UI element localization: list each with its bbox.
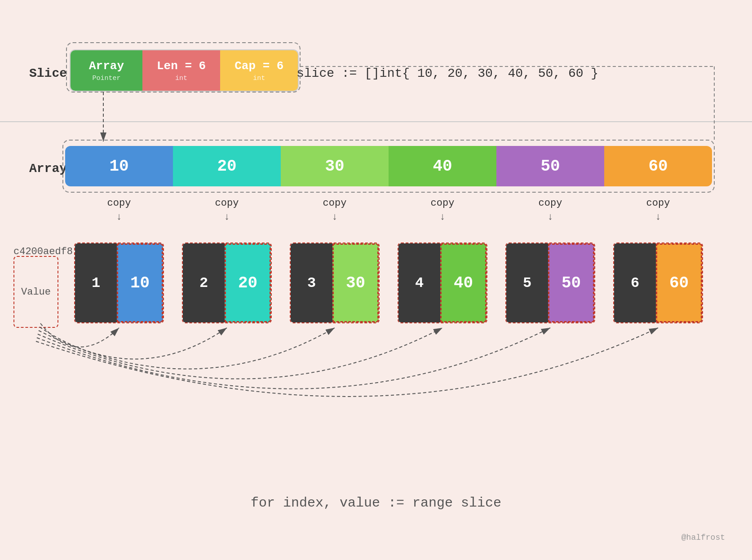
value-box-wrapper-4: 5 50 bbox=[496, 243, 604, 323]
value-box-wrapper-5: 6 60 bbox=[604, 243, 712, 323]
slice-cap-main: Cap = 6 bbox=[234, 59, 283, 73]
array-cell-3: 40 bbox=[389, 146, 496, 186]
value-box-3: 4 40 bbox=[398, 243, 487, 323]
value-box-index-0: 1 bbox=[75, 243, 117, 322]
value-box-value-0: 10 bbox=[117, 243, 163, 322]
slice-cap-sub: int bbox=[253, 75, 265, 82]
copy-arrow-3: ↓ bbox=[439, 212, 445, 223]
copy-col-1: copy ↓ bbox=[173, 193, 281, 223]
value-box-index-2: 3 bbox=[291, 243, 332, 322]
copy-label-3: copy bbox=[431, 198, 455, 209]
value-box-1: 2 20 bbox=[182, 243, 272, 323]
copy-label-2: copy bbox=[323, 198, 347, 209]
slice-len-sub: int bbox=[175, 75, 187, 82]
slice-code: slice := []int{ 10, 20, 30, 40, 50, 60 } bbox=[296, 66, 598, 80]
value-box-index-5: 6 bbox=[614, 243, 656, 322]
slice-cap-field: Cap = 6 int bbox=[220, 50, 298, 91]
attribution: @halfrost bbox=[681, 533, 725, 542]
empty-value-box: Value bbox=[13, 256, 58, 328]
array-cell-2: 30 bbox=[281, 146, 389, 186]
value-box-value-1: 20 bbox=[225, 243, 271, 322]
divider bbox=[0, 121, 752, 122]
value-box-0: 1 10 bbox=[74, 243, 164, 323]
slice-array-ptr-field: Array Pointer bbox=[71, 50, 142, 91]
slice-array-ptr-sub: Pointer bbox=[92, 75, 120, 82]
value-label: Value bbox=[21, 287, 51, 298]
value-box-wrapper-3: 4 40 bbox=[389, 243, 496, 323]
value-box-value-4: 50 bbox=[548, 243, 594, 322]
copy-label-5: copy bbox=[646, 198, 670, 209]
array-cell-0: 10 bbox=[65, 146, 173, 186]
value-section: 1 10 2 20 3 30 4 40 5 50 bbox=[65, 243, 712, 323]
array-cell-1: 20 bbox=[173, 146, 281, 186]
array-cell-4: 50 bbox=[496, 146, 604, 186]
copy-label-4: copy bbox=[539, 198, 562, 209]
array-label: Array bbox=[29, 162, 67, 176]
copy-label-1: copy bbox=[215, 198, 239, 209]
value-box-wrapper-2: 3 30 bbox=[281, 243, 389, 323]
value-box-value-5: 60 bbox=[656, 243, 702, 322]
copy-arrow-2: ↓ bbox=[332, 212, 337, 223]
slice-len-main: Len = 6 bbox=[157, 59, 206, 73]
copy-col-5: copy ↓ bbox=[604, 193, 712, 223]
value-box-5: 6 60 bbox=[613, 243, 703, 323]
value-box-index-3: 4 bbox=[398, 243, 440, 322]
slice-header-box: Array Pointer Len = 6 int Cap = 6 int bbox=[70, 49, 299, 92]
slice-len-field: Len = 6 int bbox=[142, 50, 220, 91]
copy-section: copy ↓ copy ↓ copy ↓ copy ↓ copy ↓ copy … bbox=[65, 193, 712, 223]
copy-col-0: copy ↓ bbox=[65, 193, 173, 223]
slice-array-ptr-main: Array bbox=[89, 59, 124, 73]
value-box-index-4: 5 bbox=[506, 243, 548, 322]
copy-col-3: copy ↓ bbox=[389, 193, 496, 223]
copy-col-4: copy ↓ bbox=[496, 193, 604, 223]
array-bar: 10 20 30 40 50 60 bbox=[65, 146, 712, 186]
value-box-4: 5 50 bbox=[505, 243, 595, 323]
slice-label: Slice bbox=[29, 66, 67, 80]
value-box-wrapper-1: 2 20 bbox=[173, 243, 281, 323]
copy-arrow-1: ↓ bbox=[224, 212, 230, 223]
copy-col-2: copy ↓ bbox=[281, 193, 389, 223]
value-box-value-2: 30 bbox=[332, 243, 379, 322]
value-box-value-3: 40 bbox=[440, 243, 487, 322]
main-container: Slice Array Pointer Len = 6 int Cap = 6 … bbox=[0, 0, 752, 560]
copy-arrow-5: ↓ bbox=[655, 212, 661, 223]
copy-arrow-0: ↓ bbox=[116, 212, 122, 223]
value-box-2: 3 30 bbox=[290, 243, 380, 323]
value-box-index-1: 2 bbox=[183, 243, 225, 322]
copy-arrow-4: ↓ bbox=[547, 212, 553, 223]
array-cell-5: 60 bbox=[604, 146, 712, 186]
value-box-wrapper-0: 1 10 bbox=[65, 243, 173, 323]
bottom-code: for index, value := range slice bbox=[0, 495, 752, 511]
copy-label-0: copy bbox=[107, 198, 131, 209]
